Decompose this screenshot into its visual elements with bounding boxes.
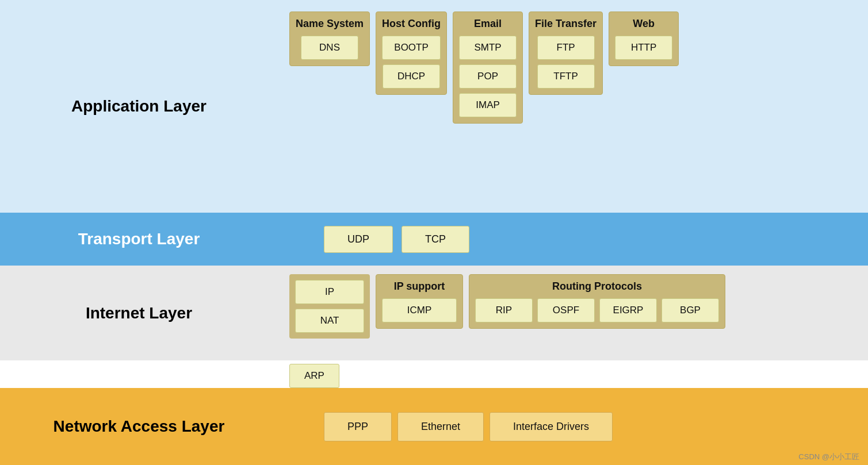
internet-layer-title: Internet Layer [86,304,192,322]
routing-inner: RIP OSPF EIGRP BGP [475,298,719,322]
internet-layer-label: Internet Layer [0,266,278,360]
internet-layer-full: Internet Layer IP NAT IP support ICMP Ro… [0,266,868,360]
internet-layer-content: IP NAT IP support ICMP Routing Protocols… [278,266,737,347]
arp-row: ARP [0,360,868,388]
transport-layer-content: UDP TCP [278,217,868,262]
application-layer-title: Application Layer [71,97,207,116]
ethernet-box: Ethernet [397,412,484,441]
internet-layer: Internet Layer IP NAT IP support ICMP Ro… [0,266,868,360]
bgp-box: BGP [661,298,719,322]
pop-box: POP [459,64,517,89]
tftp-box: TFTP [537,64,595,89]
name-system-title: Name System [296,18,364,30]
email-group: Email SMTP POP IMAP [453,11,523,124]
routing-title: Routing Protocols [552,280,642,293]
transport-layer-label: Transport Layer [0,218,278,260]
application-layer: Application Layer Name System DNS Host C… [0,0,868,213]
file-transfer-group: File Transfer FTP TFTP [529,11,603,95]
network-access-layer: Network Access Layer PPP Ethernet Interf… [0,388,868,465]
ftp-box: FTP [537,36,595,60]
http-box: HTTP [615,36,672,60]
smtp-box: SMTP [459,36,517,60]
nat-box: NAT [295,309,364,333]
tcp-box: TCP [402,226,469,253]
icmp-box: ICMP [382,298,457,322]
network-access-layer-label: Network Access Layer [0,392,278,461]
ip-support-title: IP support [394,280,445,293]
application-layer-content: Name System DNS Host Config BOOTP DHCP E… [278,0,868,135]
eigrp-box: EIGRP [599,298,657,322]
ip-support-group: IP support ICMP [376,274,463,329]
udp-box: UDP [324,226,393,253]
interface-drivers-box: Interface Drivers [490,412,613,441]
arp-content-area: ARP [278,360,868,388]
arp-box: ARP [289,364,339,388]
host-config-title: Host Config [382,18,441,30]
ip-box: IP [295,280,364,304]
transport-layer-title: Transport Layer [78,230,200,248]
routing-group: Routing Protocols RIP OSPF EIGRP BGP [469,274,725,329]
application-layer-label: Application Layer [0,0,278,213]
network-access-layer-content: PPP Ethernet Interface Drivers [278,403,868,450]
diagram-container: Application Layer Name System DNS Host C… [0,0,868,465]
network-access-layer-title: Network Access Layer [53,417,225,436]
dhcp-box: DHCP [383,64,440,89]
dns-box: DNS [301,36,358,60]
host-config-group: Host Config BOOTP DHCP [376,11,447,95]
ospf-box: OSPF [537,298,595,322]
email-title: Email [474,18,502,30]
web-group: Web HTTP [609,11,679,66]
rip-box: RIP [475,298,533,322]
bootp-box: BOOTP [382,36,441,60]
ip-group: IP NAT [289,274,370,339]
watermark: CSDN @小小工匠 [798,452,859,462]
web-title: Web [633,18,655,30]
ppp-box: PPP [324,412,392,441]
name-system-group: Name System DNS [289,11,370,66]
transport-layer: Transport Layer UDP TCP [0,213,868,266]
file-transfer-title: File Transfer [535,18,596,30]
imap-box: IMAP [459,93,517,117]
